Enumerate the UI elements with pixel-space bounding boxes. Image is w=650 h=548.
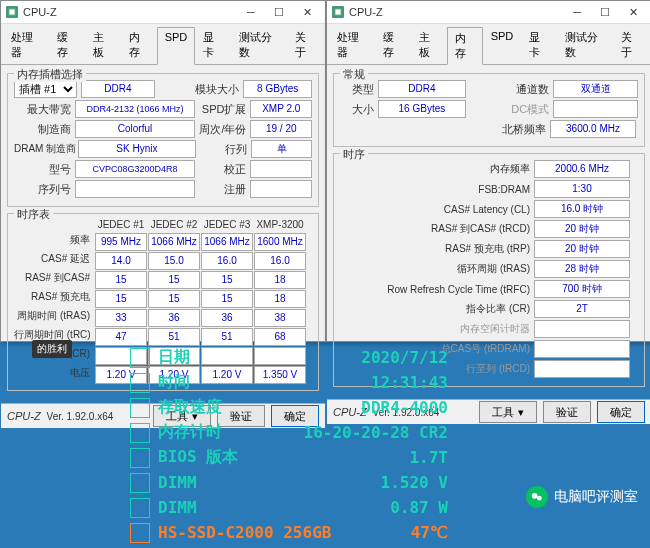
pn-label: 型号 <box>14 162 71 177</box>
cell: 36 <box>148 309 200 327</box>
col-header: XMP-3200 <box>254 218 306 232</box>
cpuz-window-spd: CPU-Z ─ ☐ ✕ 处理器缓存主板内存SPD显卡测试分数关于 内存插槽选择 … <box>0 0 326 342</box>
tools-button[interactable]: 工具▾ <box>479 401 537 423</box>
cell: 15 <box>201 290 253 308</box>
tab-5[interactable]: 显卡 <box>195 26 231 64</box>
timing-value: 1:30 <box>534 180 630 198</box>
osd-value: 16-20-20-28 CR2 <box>288 423 448 442</box>
size-value: 16 GBytes <box>378 100 467 118</box>
tab-1[interactable]: 缓存 <box>49 26 85 64</box>
cell: 18 <box>254 271 306 289</box>
dc-value <box>553 100 638 118</box>
osd-key: DIMM <box>158 473 288 492</box>
row-label: CAS# 延迟 <box>14 252 94 270</box>
osd-value: 1.520 V <box>288 473 448 492</box>
titlebar[interactable]: CPU-Z ─ ☐ ✕ <box>327 1 650 24</box>
app-icon <box>5 5 19 19</box>
osd-key: 存取速度 <box>158 397 288 418</box>
tab-4[interactable]: SPD <box>157 27 196 65</box>
cell: 15 <box>201 271 253 289</box>
timing-label: FSB:DRAM <box>340 184 530 195</box>
modsize-label: 模块大小 <box>159 82 239 97</box>
tab-bar: 处理器缓存主板内存SPD显卡测试分数关于 <box>1 24 325 65</box>
week-value: 19 / 20 <box>250 120 312 138</box>
cell: 16.0 <box>201 252 253 270</box>
maximize-button[interactable]: ☐ <box>265 2 293 22</box>
tab-6[interactable]: 测试分数 <box>557 26 613 64</box>
brand-label: CPU-Z <box>7 410 41 422</box>
mfr-label: 制造商 <box>14 122 71 137</box>
cell: 68 <box>254 328 306 346</box>
tab-7[interactable]: 关于 <box>287 26 323 64</box>
tab-5[interactable]: 显卡 <box>521 26 557 64</box>
osd-row-icon <box>130 498 150 518</box>
cell: 18 <box>254 290 306 308</box>
svg-point-5 <box>537 496 542 501</box>
cell: 51 <box>148 328 200 346</box>
tab-6[interactable]: 测试分数 <box>231 26 287 64</box>
size-label: 大小 <box>340 102 374 117</box>
tab-0[interactable]: 处理器 <box>3 26 49 64</box>
osd-value: DDR4-4000 <box>288 398 448 417</box>
cell: 47 <box>95 328 147 346</box>
osd-row-icon <box>130 398 150 418</box>
minimize-button[interactable]: ─ <box>237 2 265 22</box>
row-label: RAS# 到CAS# <box>14 271 94 289</box>
timing-value: 20 时钟 <box>534 220 630 238</box>
group-legend: 内存插槽选择 <box>14 67 86 82</box>
tab-2[interactable]: 主板 <box>411 26 447 64</box>
spdext-value: XMP 2.0 <box>250 100 312 118</box>
maxbw-value: DDR4-2132 (1066 MHz) <box>75 100 194 118</box>
tab-7[interactable]: 关于 <box>613 26 649 64</box>
type-label: 类型 <box>340 82 374 97</box>
slot-select[interactable]: 插槽 #1 <box>14 80 77 98</box>
validate-button[interactable]: 验证 <box>543 401 591 423</box>
cell: 38 <box>254 309 306 327</box>
cell: 15 <box>148 271 200 289</box>
spdext-label: SPD扩展 <box>199 102 247 117</box>
tab-3[interactable]: 内存 <box>121 26 157 64</box>
close-button[interactable]: ✕ <box>619 2 647 22</box>
tab-1[interactable]: 缓存 <box>375 26 411 64</box>
row-label: 频率 <box>14 233 94 251</box>
modsize-value: 8 GBytes <box>243 80 312 98</box>
week-label: 周次/年份 <box>199 122 247 137</box>
timing-value: 2T <box>534 300 630 318</box>
timing-label: 内存空闲计时器 <box>340 322 530 336</box>
reg-value <box>250 180 312 198</box>
timing-label: RAS# 到CAS# (tRCD) <box>340 222 530 236</box>
maxbw-label: 最大带宽 <box>14 102 71 117</box>
row-label: 电压 <box>14 366 94 384</box>
slot-selection-group: 内存插槽选择 插槽 #1 DDR4 模块大小 8 GBytes 最大带宽 DDR… <box>7 73 319 207</box>
osd-overlay: 日期2020/7/12时间12:31:43存取速度DDR4-4000内存计时16… <box>130 345 448 545</box>
ranks-value: 单 <box>251 140 312 158</box>
timing-label: 循环周期 (tRAS) <box>340 262 530 276</box>
tab-0[interactable]: 处理器 <box>329 26 375 64</box>
timing-value: 28 时钟 <box>534 260 630 278</box>
tab-4[interactable]: SPD <box>483 26 522 64</box>
sn-value <box>75 180 194 198</box>
group-legend: 时序表 <box>14 207 53 222</box>
close-button[interactable]: ✕ <box>293 2 321 22</box>
osd-row-icon <box>130 473 150 493</box>
tab-3[interactable]: 内存 <box>447 27 483 65</box>
minimize-button[interactable]: ─ <box>563 2 591 22</box>
dc-label: DC模式 <box>470 102 549 117</box>
pn-value: CVPC08G3200D4R8 <box>75 160 194 178</box>
group-legend: 时序 <box>340 147 368 162</box>
row-label: 周期时间 (tRAS) <box>14 309 94 327</box>
titlebar[interactable]: CPU-Z ─ ☐ ✕ <box>1 1 325 24</box>
wechat-icon <box>526 486 548 508</box>
cell: 15 <box>148 290 200 308</box>
tab-2[interactable]: 主板 <box>85 26 121 64</box>
cell: 16.0 <box>254 252 306 270</box>
channels-value: 双通道 <box>553 80 638 98</box>
timing-value: 16.0 时钟 <box>534 200 630 218</box>
window-title: CPU-Z <box>23 6 237 18</box>
col-header: JEDEC #1 <box>95 218 147 232</box>
dram-label: DRAM 制造商 <box>14 142 74 156</box>
timing-value <box>534 320 630 338</box>
watermark: 电脑吧评测室 <box>526 486 638 508</box>
ok-button[interactable]: 确定 <box>597 401 645 423</box>
maximize-button[interactable]: ☐ <box>591 2 619 22</box>
